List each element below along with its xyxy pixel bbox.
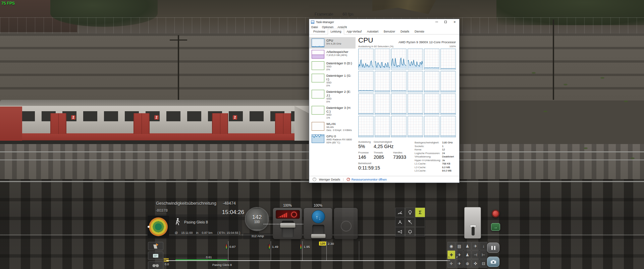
coupler-left-icon: ⊣ bbox=[474, 253, 477, 257]
schedule-row: @ 15:11:00 in 0.87 km bbox=[175, 231, 213, 234]
core-graph-2 bbox=[391, 49, 407, 70]
maximize-button[interactable] bbox=[441, 19, 450, 25]
emergency-button[interactable] bbox=[492, 210, 499, 217]
tab-prozesse[interactable]: Prozesse bbox=[311, 29, 328, 34]
less-details-button[interactable]: Weniger Details bbox=[319, 178, 340, 181]
switch-panel[interactable] bbox=[464, 207, 481, 239]
camera-coupler-right-button[interactable]: ⊢ bbox=[480, 251, 487, 259]
brake-lever[interactable] bbox=[334, 208, 358, 239]
footer-bar: ⌃ Weniger Details | Ressourcenmonitor öf… bbox=[309, 176, 459, 183]
camera-seat-button[interactable]: ♟ bbox=[464, 242, 471, 250]
camera-down-button[interactable]: ↓ bbox=[480, 242, 487, 250]
camera-coupler-left-button[interactable]: ⊣ bbox=[472, 251, 479, 259]
sidebar-item-datentr-ger-3-h-c[interactable]: Datenträger 3 (H: C:)SSD1% bbox=[309, 105, 356, 121]
control-bulb-button[interactable] bbox=[405, 208, 415, 217]
camera-globe-button[interactable]: ⊕ bbox=[464, 259, 471, 268]
tab-app-verlauf[interactable]: App-Verlauf bbox=[344, 29, 364, 34]
bell-icon bbox=[407, 229, 413, 235]
sidebar-item-gpu-0[interactable]: GPU 0AMD Radeon RX 680093% (65 °C) bbox=[309, 133, 356, 145]
signal-lamp-icon bbox=[300, 244, 302, 249]
notes-button[interactable] bbox=[148, 252, 163, 260]
clamp-icon: ⊟ bbox=[482, 261, 485, 266]
heli-icon: ✚ bbox=[449, 253, 453, 257]
core-graph-4 bbox=[424, 49, 439, 70]
core-graph-3 bbox=[408, 49, 423, 70]
tab-benutzer[interactable]: Benutzer bbox=[381, 29, 398, 34]
menu-datei[interactable]: Datei bbox=[311, 25, 318, 29]
pause-button[interactable] bbox=[487, 243, 499, 253]
tab-details[interactable]: Details bbox=[398, 29, 412, 34]
graph-axis-label: Auslastung in 60 Sekunden (%) bbox=[358, 45, 393, 48]
camera-pad-button[interactable]: ✜ bbox=[472, 259, 479, 268]
exit-button[interactable]: → bbox=[491, 223, 500, 231]
eta-value: ( ETA: 15:04:55 ) bbox=[217, 231, 240, 234]
core-graph-9 bbox=[408, 71, 423, 92]
control-pantograph-button[interactable] bbox=[395, 217, 405, 227]
camera-heli-button[interactable]: ✚1 bbox=[447, 251, 455, 259]
throttle-lever[interactable] bbox=[273, 208, 302, 239]
menu-ansicht[interactable]: Ansicht bbox=[337, 25, 347, 29]
handles-value: 73933 bbox=[393, 154, 408, 160]
menu-optionen[interactable]: Optionen bbox=[322, 25, 334, 29]
control-sander-button[interactable] bbox=[405, 217, 415, 227]
sidebar-item-cpu[interactable]: CPU5% 4,25 GHz bbox=[309, 37, 356, 49]
core-graph-20 bbox=[391, 116, 407, 137]
control-empty bbox=[415, 227, 425, 237]
sidebar-item-sub: SSD bbox=[326, 97, 354, 100]
sidebar-item-title: Datenträger 2 (E: J:) bbox=[326, 90, 354, 97]
screenshot-button[interactable] bbox=[487, 257, 499, 267]
control-sigma-button[interactable]: Σ bbox=[415, 208, 425, 217]
camera-jet-button[interactable]: ✈2 bbox=[455, 251, 463, 259]
reverser-handle[interactable] bbox=[311, 234, 326, 238]
cpu-thumbnail-graph bbox=[312, 39, 324, 47]
tab-dienste[interactable]: Dienste bbox=[412, 29, 427, 34]
camera-loco-button[interactable]: ▤ bbox=[455, 242, 463, 250]
speed-gauge[interactable]: 142 100 bbox=[246, 208, 268, 230]
sidebar-item-wlan[interactable]: WLANWLANGes.: 0 Empf.: 0 KBit/s bbox=[309, 121, 356, 133]
title-bar[interactable]: Task-Manager ✕ bbox=[309, 19, 459, 25]
schedule-at: @ bbox=[175, 231, 178, 234]
camera-clamp-button[interactable]: ⊟ bbox=[480, 259, 487, 268]
cpu-details: Basisgeschwindigkeit:3,80 GHzSockets:1Ke… bbox=[415, 140, 456, 173]
threads-label: Threads bbox=[374, 151, 393, 154]
tab-autostart[interactable]: Autostart bbox=[364, 29, 381, 34]
sidebar-item-datentr-ger-1-g-i[interactable]: Datenträger 1 (G: I:)SSD0% bbox=[309, 72, 356, 88]
camera-walk-button[interactable]: ♟ bbox=[464, 251, 471, 259]
tab-leistung[interactable]: Leistung bbox=[328, 29, 344, 35]
control-wiper-button[interactable] bbox=[395, 208, 405, 217]
sidebar-item-title: Datenträger 3 (H: C:) bbox=[326, 106, 354, 113]
core-graph-10 bbox=[424, 71, 439, 92]
binoculars-button[interactable] bbox=[148, 261, 163, 269]
close-button[interactable]: ✕ bbox=[450, 19, 459, 25]
core-graph-23 bbox=[440, 116, 456, 137]
core-graph-16 bbox=[424, 93, 439, 115]
cpu-panel: CPU AMD Ryzen 9 3900X 12-Core Processor … bbox=[356, 35, 459, 176]
camera-icon bbox=[490, 260, 496, 264]
camera-free-cam-button[interactable]: ✛ bbox=[447, 259, 455, 268]
cab-icon: ◉ bbox=[449, 244, 453, 249]
minimize-button[interactable] bbox=[432, 19, 441, 25]
brake-dial-icon bbox=[341, 221, 352, 231]
core-graph-12 bbox=[358, 93, 374, 115]
camera-flyby-button[interactable]: ✈ bbox=[472, 242, 479, 250]
sidebar-item-sub: 93% (65 °C) bbox=[326, 141, 352, 144]
sidebar-item-datentr-ger-0-d[interactable]: Datenträger 0 (D:)SSD0% bbox=[309, 60, 356, 72]
free-cam-icon: ✛ bbox=[449, 261, 453, 266]
tab-bar: ProzesseLeistungApp-VerlaufAutostartBenu… bbox=[309, 29, 459, 35]
flyby-icon: ✈ bbox=[474, 244, 477, 249]
core-graph-18 bbox=[358, 116, 374, 137]
reverser-lever[interactable]: ↑↓ bbox=[304, 208, 332, 239]
tasklist-button[interactable] bbox=[148, 242, 163, 250]
control-horn-button[interactable] bbox=[395, 227, 405, 237]
signal-lamp-icon bbox=[268, 244, 270, 249]
sidebar-item-datentr-ger-2-e-j[interactable]: Datenträger 2 (E: J:)SSD0% bbox=[309, 88, 356, 105]
player-train-marker bbox=[164, 258, 169, 262]
pad-icon: ✜ bbox=[474, 261, 477, 266]
net-thumbnail-graph bbox=[312, 122, 324, 131]
camera-plane-button[interactable]: ✈ bbox=[455, 259, 463, 268]
control-bell-button[interactable] bbox=[405, 227, 415, 237]
camera-cab-button[interactable]: ◉ bbox=[447, 242, 455, 250]
detail-row-hyper-v-unterst-tzung: Hyper-V-Unterstützung:Ja bbox=[415, 159, 456, 162]
open-resource-monitor-link[interactable]: Ressourcenmonitor öffnen bbox=[346, 178, 387, 181]
sidebar-item-arbeitsspeicher[interactable]: Arbeitsspeicher7,3/15,9 GB (46%) bbox=[309, 49, 356, 60]
